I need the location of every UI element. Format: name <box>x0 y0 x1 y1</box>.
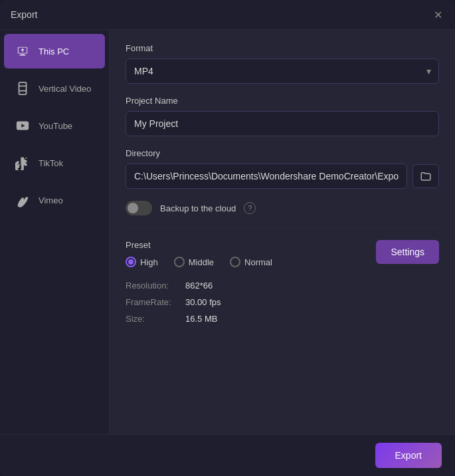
folder-icon <box>420 170 432 182</box>
sidebar-item-youtube[interactable]: YouTube <box>4 108 105 143</box>
preset-normal-label: Normal <box>244 257 272 267</box>
svg-rect-5 <box>19 82 27 94</box>
size-value: 16.5 MB <box>185 314 217 324</box>
toggle-slider <box>126 201 152 215</box>
preset-section: Preset High Middle Normal <box>126 240 439 267</box>
preset-middle-radio <box>174 257 185 267</box>
window-title: Export <box>11 9 37 20</box>
cloud-backup-label: Backup to the cloud <box>160 203 236 213</box>
directory-label: Directory <box>126 148 439 158</box>
project-name-input[interactable] <box>126 111 439 136</box>
format-group: Format MP4 ▾ <box>126 43 439 84</box>
project-name-group: Project Name <box>126 96 439 136</box>
folder-browse-button[interactable] <box>412 164 439 188</box>
spec-row-size: Size: 16.5 MB <box>126 314 439 324</box>
format-select-wrapper: MP4 ▾ <box>126 59 439 84</box>
sidebar-item-label-vimeo: Vimeo <box>39 195 63 205</box>
svg-rect-2 <box>19 55 27 56</box>
preset-high[interactable]: High <box>126 257 158 267</box>
export-button[interactable]: Export <box>375 443 442 468</box>
cloud-backup-row: Backup to the cloud ? <box>126 201 439 215</box>
main-panel: Format MP4 ▾ Project Name Directory <box>110 30 455 434</box>
spec-row-framerate: FrameRate: 30.00 fps <box>126 297 439 307</box>
framerate-key: FrameRate: <box>126 297 185 307</box>
preset-radio-group: High Middle Normal <box>126 257 376 267</box>
cloud-backup-toggle[interactable] <box>126 201 152 215</box>
directory-input[interactable] <box>126 164 407 189</box>
directory-row <box>126 164 439 189</box>
specs-section: Resolution: 862*66 FrameRate: 30.00 fps … <box>126 281 439 324</box>
project-name-label: Project Name <box>126 96 439 106</box>
spec-row-resolution: Resolution: 862*66 <box>126 281 439 291</box>
preset-middle[interactable]: Middle <box>174 257 214 267</box>
format-select[interactable]: MP4 <box>126 59 439 84</box>
resolution-value: 862*66 <box>185 281 213 291</box>
preset-left: Preset High Middle Normal <box>126 240 376 267</box>
title-bar: Export ✕ <box>0 0 455 30</box>
sidebar-item-label-youtube: YouTube <box>39 121 72 131</box>
size-key: Size: <box>126 314 185 324</box>
preset-normal[interactable]: Normal <box>230 257 272 267</box>
help-icon[interactable]: ? <box>244 202 256 214</box>
sidebar-item-vimeo[interactable]: Vimeo <box>4 183 105 217</box>
sidebar-item-tiktok[interactable]: TikTok <box>4 146 105 180</box>
preset-label: Preset <box>126 240 376 250</box>
divider <box>126 227 439 228</box>
tiktok-icon <box>13 154 32 172</box>
sidebar-item-this-pc[interactable]: This PC <box>4 34 105 68</box>
sidebar: This PC Vertical Video <box>0 30 110 434</box>
preset-middle-label: Middle <box>189 257 214 267</box>
preset-normal-radio <box>230 257 240 267</box>
bottom-bar: Export <box>0 434 455 476</box>
close-button[interactable]: ✕ <box>431 8 444 21</box>
sidebar-item-label-this-pc: This PC <box>39 47 69 57</box>
export-window: Export ✕ <box>0 0 455 476</box>
vertical-video-icon <box>13 79 32 98</box>
youtube-icon <box>13 116 32 135</box>
sidebar-item-label-vertical-video: Vertical Video <box>39 84 91 94</box>
resolution-key: Resolution: <box>126 281 185 291</box>
directory-group: Directory <box>126 148 439 189</box>
settings-button[interactable]: Settings <box>376 240 439 264</box>
preset-high-radio <box>126 257 136 267</box>
format-label: Format <box>126 43 439 53</box>
preset-high-label: High <box>140 257 158 267</box>
close-icon: ✕ <box>434 9 442 21</box>
sidebar-item-label-tiktok: TikTok <box>39 158 63 168</box>
vimeo-icon <box>13 191 32 209</box>
sidebar-item-vertical-video[interactable]: Vertical Video <box>4 71 105 106</box>
this-pc-icon <box>13 42 32 60</box>
framerate-value: 30.00 fps <box>185 297 221 307</box>
